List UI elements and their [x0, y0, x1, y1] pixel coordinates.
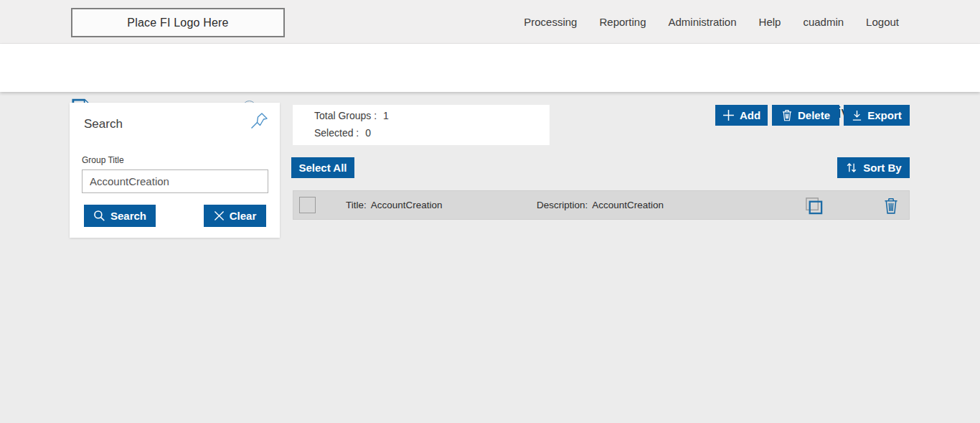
export-button-label: Export [867, 109, 902, 121]
nav-help[interactable]: Help [759, 16, 781, 28]
sort-by-button-label: Sort By [863, 162, 901, 174]
total-groups-stat: Total Groups : 1 [314, 110, 389, 121]
page-header: Group Maintenance i Kinective Sign [0, 44, 980, 92]
fi-logo-text: Place FI Logo Here [127, 17, 228, 29]
search-panel: Search Group Title Search Clear [70, 103, 280, 238]
add-button-label: Add [740, 109, 760, 121]
plus-icon [722, 109, 735, 121]
group-title-label: Group Title [82, 155, 124, 165]
selected-stat: Selected : 0 [314, 127, 371, 139]
group-title-input[interactable] [82, 169, 268, 193]
group-row: Title: AccountCreation Description: Acco… [293, 190, 910, 220]
nav-reporting[interactable]: Reporting [599, 16, 646, 28]
group-actions-toolbar: Add Delete Export [715, 105, 910, 126]
search-button[interactable]: Search [84, 205, 156, 227]
selected-label: Selected : [314, 127, 359, 139]
search-button-label: Search [110, 210, 146, 222]
fi-logo-placeholder: Place FI Logo Here [71, 8, 285, 37]
nav-administration[interactable]: Administration [669, 16, 737, 28]
pin-icon[interactable] [250, 111, 268, 130]
nav-logout[interactable]: Logout [866, 16, 899, 28]
top-nav: Processing Reporting Administration Help… [524, 0, 899, 44]
select-all-button-label: Select All [299, 162, 347, 174]
search-panel-title: Search [84, 117, 123, 131]
total-groups-label: Total Groups : [314, 110, 377, 121]
nav-cuadmin[interactable]: cuadmin [803, 16, 844, 28]
clear-button[interactable]: Clear [204, 205, 266, 227]
selected-value: 0 [365, 127, 371, 139]
group-row-checkbox[interactable] [299, 197, 316, 213]
top-navigation-bar: Place FI Logo Here Processing Reporting … [0, 0, 980, 44]
delete-button-label: Delete [798, 109, 830, 121]
group-row-description-value: AccountCreation [592, 200, 664, 210]
group-stats-panel: Total Groups : 1 Selected : 0 [293, 105, 550, 145]
export-button[interactable]: Export [844, 105, 910, 126]
total-groups-value: 1 [383, 110, 389, 121]
group-row-title-value: AccountCreation [371, 200, 443, 210]
group-row-description: Description: AccountCreation [537, 191, 664, 219]
select-all-button[interactable]: Select All [291, 157, 354, 178]
group-row-title: Title: AccountCreation [346, 191, 443, 219]
group-row-title-label: Title: [346, 200, 367, 210]
delete-button[interactable]: Delete [772, 105, 839, 126]
magnifier-icon [93, 210, 105, 222]
arrows-up-down-icon [845, 162, 858, 174]
nav-processing[interactable]: Processing [524, 16, 577, 28]
x-icon [214, 210, 225, 221]
copy-icon[interactable] [804, 196, 824, 215]
sort-by-button[interactable]: Sort By [837, 157, 910, 178]
group-row-description-label: Description: [537, 200, 588, 210]
trash-icon [781, 109, 793, 121]
download-icon [852, 110, 862, 121]
trash-icon[interactable] [883, 197, 899, 215]
add-button[interactable]: Add [715, 105, 768, 126]
clear-button-label: Clear [230, 210, 257, 222]
